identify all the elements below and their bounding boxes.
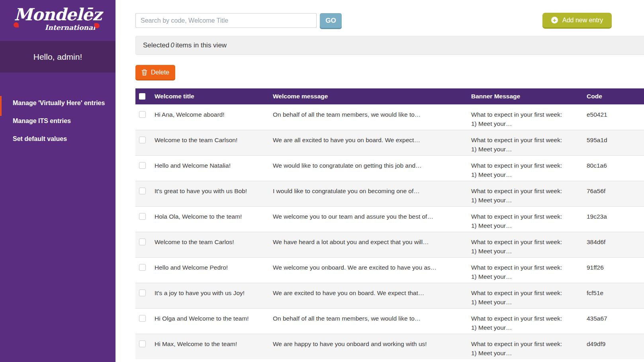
banner-line: What to expect in your first week:: [471, 288, 587, 297]
welcome-title-cell: It's a joy to have you with us Joy!: [155, 283, 273, 308]
welcome-message-cell: We are happy to have you onboard and wor…: [273, 334, 471, 359]
code-cell: e50421: [587, 105, 644, 130]
welcome-title-cell: It's great to have you with us Bob!: [155, 181, 273, 206]
delete-button[interactable]: Delete: [135, 65, 175, 80]
table-row: Hola Ola, Welcome to the team!We welcome…: [135, 206, 644, 232]
row-checkbox[interactable]: [139, 213, 146, 220]
sidebar-item-set-default-values[interactable]: Set default values: [0, 130, 115, 148]
table-row: Hi Max, Welcome to the team!We are happy…: [135, 334, 644, 359]
table-row: It's a joy to have you with us Joy!We ar…: [135, 283, 644, 308]
code-cell: fcf51e: [587, 283, 644, 308]
banner-message-cell: What to expect in your first week:1) Mee…: [471, 130, 587, 155]
select-all-checkbox[interactable]: [139, 93, 145, 100]
welcome-message-cell: We welcome you to our team and assure yo…: [273, 207, 471, 232]
app-window: Mondelēz International Hello, admin! Man…: [0, 0, 644, 362]
banner-message-cell: What to expect in your first week:1) Mee…: [471, 283, 587, 308]
banner-line: 1) Meet your…: [471, 348, 587, 358]
go-button[interactable]: GO: [320, 13, 342, 28]
entries-table: Welcome title Welcome message Banner Mes…: [135, 88, 644, 359]
banner-line: 1) Meet your…: [471, 297, 587, 307]
header-welcome-title: Welcome title: [155, 88, 273, 104]
checkbox-cell: [135, 181, 155, 206]
header-code: Code: [587, 88, 644, 104]
row-checkbox[interactable]: [139, 137, 146, 143]
banner-line: What to expect in your first week:: [471, 237, 587, 247]
banner-message-cell: What to expect in your first week:1) Mee…: [471, 334, 587, 359]
banner-line: 1) Meet your…: [471, 221, 587, 230]
table-row: Hi Olga and Welcome to the team!On behal…: [135, 308, 644, 334]
welcome-message-cell: We are all excited to have you on board.…: [273, 130, 471, 155]
trash-icon: [141, 69, 147, 76]
sidebar-item-manage-its[interactable]: Manage ITS entries: [0, 112, 115, 130]
row-checkbox[interactable]: [139, 315, 146, 322]
banner-line: What to expect in your first week:: [471, 314, 587, 323]
selection-count: 0: [169, 41, 175, 49]
sidebar-item-manage-virtually-here[interactable]: Manage 'Virtually Here' entries: [0, 94, 115, 112]
table-row: Hi Ana, Welcome aboard!On behalf of all …: [135, 104, 644, 130]
row-checkbox[interactable]: [139, 239, 146, 245]
banner-line: What to expect in your first week:: [471, 110, 587, 119]
sidebar-nav: Manage 'Virtually Here' entries Manage I…: [0, 94, 115, 148]
checkbox-cell: [135, 258, 155, 283]
banner-line: 1) Meet your…: [471, 145, 587, 154]
welcome-title-cell: Hi Ana, Welcome aboard!: [155, 105, 273, 130]
welcome-message-cell: I would like to congratulate you on beco…: [273, 181, 471, 206]
welcome-message-cell: We would like to congratulate on getting…: [273, 156, 471, 181]
banner-line: 1) Meet your…: [471, 119, 587, 128]
welcome-message-cell: We are excited to have you on board. We …: [273, 283, 471, 308]
selection-status-bar: Selected0items in this view: [135, 36, 644, 55]
banner-line: What to expect in your first week:: [471, 161, 587, 170]
delete-label: Delete: [151, 69, 169, 76]
banner-line: What to expect in your first week:: [471, 339, 587, 348]
banner-line: What to expect in your first week:: [471, 212, 587, 221]
brand-name: Mondelēz: [0, 6, 115, 24]
table-row: It's great to have you with us Bob!I wou…: [135, 181, 644, 206]
table-row: Hello and Welcome Pedro!We welcome you o…: [135, 257, 644, 283]
plus-icon: +: [551, 17, 558, 23]
code-cell: 595a1d: [587, 130, 644, 155]
welcome-title-cell: Hi Olga and Welcome to the team!: [155, 309, 273, 334]
selection-prefix: Selected: [143, 41, 169, 49]
table-row: Hello and Welcome Natalia!We would like …: [135, 155, 644, 181]
banner-message-cell: What to expect in your first week:1) Mee…: [471, 105, 587, 130]
header-banner-message: Banner Message: [471, 88, 587, 104]
code-cell: 76a56f: [587, 181, 644, 206]
table-body: Hi Ana, Welcome aboard!On behalf of all …: [135, 104, 644, 359]
selection-suffix: items in this view: [176, 41, 227, 49]
code-cell: 80c1a6: [587, 156, 644, 181]
checkbox-cell: [135, 130, 155, 155]
welcome-title-cell: Hello and Welcome Natalia!: [155, 156, 273, 181]
add-new-entry-button[interactable]: + Add new entry: [542, 13, 612, 27]
search-input[interactable]: [135, 13, 317, 28]
banner-message-cell: What to expect in your first week:1) Mee…: [471, 258, 587, 283]
row-checkbox[interactable]: [139, 111, 146, 118]
banner-line: 1) Meet your…: [471, 196, 587, 205]
banner-message-cell: What to expect in your first week:1) Mee…: [471, 232, 587, 257]
header-welcome-message: Welcome message: [273, 88, 471, 104]
row-checkbox[interactable]: [139, 340, 146, 347]
checkbox-cell: [135, 156, 155, 181]
row-checkbox[interactable]: [139, 290, 146, 296]
banner-line: What to expect in your first week:: [471, 135, 587, 145]
welcome-message-cell: We welcome you onboard. We are excited t…: [273, 258, 471, 283]
code-cell: 91ff26: [587, 258, 644, 283]
row-checkbox[interactable]: [139, 162, 146, 169]
row-checkbox[interactable]: [139, 264, 146, 271]
select-all-cell: [135, 88, 155, 104]
checkbox-cell: [135, 334, 155, 359]
banner-message-cell: What to expect in your first week:1) Mee…: [471, 309, 587, 334]
banner-message-cell: What to expect in your first week:1) Mee…: [471, 156, 587, 181]
welcome-title-cell: Welcome to the team Carlson!: [155, 130, 273, 155]
welcome-title-cell: Hello and Welcome Pedro!: [155, 258, 273, 283]
welcome-title-cell: Welcome to the team Carlos!: [155, 232, 273, 257]
row-checkbox[interactable]: [139, 188, 146, 194]
banner-line: 1) Meet your…: [471, 323, 587, 332]
checkbox-cell: [135, 309, 155, 334]
checkbox-cell: [135, 283, 155, 308]
banner-line: 1) Meet your…: [471, 247, 587, 256]
welcome-message-cell: On behalf of all the team members, we wo…: [273, 105, 471, 130]
banner-line: What to expect in your first week:: [471, 186, 587, 196]
welcome-message-cell: On behalf of all the team members, we wo…: [273, 309, 471, 334]
banner-line: What to expect in your first week:: [471, 263, 587, 272]
logo-accent-right-icon: [94, 23, 100, 28]
